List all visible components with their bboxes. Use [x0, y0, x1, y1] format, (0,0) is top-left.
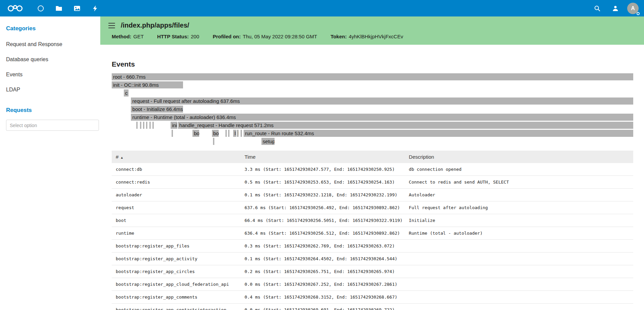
meta-token-label: Token:	[330, 34, 347, 39]
avatar-status-dot	[637, 12, 640, 15]
sidebar: Categories Request and ResponseDatabase …	[0, 16, 100, 310]
meta-profiled-on: Profiled on:Thu, 05 May 2022 09:28:50 GM…	[213, 34, 318, 39]
timeline-bar: bo	[212, 130, 219, 137]
event-description-cell: Runtime (total - autoloader)	[405, 227, 633, 240]
event-name-cell: bootstrap:register_app_contactsinteracti…	[112, 304, 241, 310]
app-icon-dashboard[interactable]	[32, 0, 50, 16]
table-row: bootstrap:register_app_circles0.2 ms (St…	[112, 265, 633, 278]
nextcloud-logo[interactable]	[0, 4, 32, 12]
event-time-cell: 0.5 ms (Start: 1651742930253.653, End: 1…	[241, 176, 405, 189]
hamburger-icon	[108, 23, 115, 24]
table-row: autoloader0.1 ms (Start: 1651742930232.1…	[112, 189, 633, 201]
event-name-cell: connect:db	[112, 163, 241, 176]
timeline-bar: init - OC::init 90.8ms	[112, 81, 183, 88]
table-row: bootstrap:register_app_cloud_federation_…	[112, 278, 633, 291]
timeline-row: setup	[112, 138, 633, 145]
event-time-cell: 3.3 ms (Start: 1651742930247.577, End: 1…	[241, 163, 405, 176]
timeline-row: c	[112, 89, 633, 96]
request-select[interactable]: Select option	[6, 120, 99, 131]
sidebar-item-database-queries[interactable]: Database queries	[6, 56, 100, 63]
sidebar-item-ldap[interactable]: LDAP	[6, 87, 100, 93]
event-description-cell: db connection opened	[405, 163, 633, 176]
timeline-row: runtime - Runtime (total - autoloader) 6…	[112, 114, 633, 121]
menu-toggle-button[interactable]	[108, 23, 115, 28]
meta-profiled-on-label: Profiled on:	[213, 34, 241, 39]
sidebar-item-events[interactable]: Events	[6, 72, 100, 78]
column-header-description[interactable]: Description	[405, 151, 633, 163]
event-name-cell: bootstrap:register_app_comments	[112, 291, 241, 304]
user-icon	[612, 5, 619, 12]
event-time-cell: 637.6 ms (Start: 1651742930256.492, End:…	[241, 201, 405, 214]
event-time-cell: 0.1 ms (Start: 1651742930232.1218, End: …	[241, 189, 405, 201]
events-heading: Events	[112, 60, 633, 68]
column-header-time[interactable]: Time	[241, 151, 405, 163]
timeline-bar: runtime - Runtime (total - autoloader) 6…	[131, 114, 633, 121]
table-row: bootstrap:register_app_contactsinteracti…	[112, 304, 633, 310]
event-time-cell: 0.1 ms (Start: 1651742930264.4502, End: …	[241, 253, 405, 265]
timeline-bar: ini	[171, 122, 177, 129]
lightning-icon	[92, 5, 99, 12]
timeline-row: boot - Initialize 66.4ms	[112, 106, 633, 113]
page-title: /index.php/apps/files/	[121, 22, 189, 29]
contacts-button[interactable]	[606, 0, 624, 16]
search-button[interactable]	[588, 0, 606, 16]
events-table: #▲ Time Description connect:db3.3 ms (St…	[112, 151, 633, 310]
events-table-body: connect:db3.3 ms (Start: 1651742930247.5…	[112, 163, 633, 310]
timeline-bar: run_route - Run route 532.4ms	[244, 130, 633, 137]
timeline-row: inihandle_request - Handle request 571.2…	[112, 122, 633, 129]
timeline-bar	[136, 122, 138, 129]
timeline-bar: root - 660.7ms	[112, 73, 633, 80]
event-name-cell: bootstrap:register_app_files	[112, 240, 241, 253]
timeline-row: init - OC::init 90.8ms	[112, 81, 633, 88]
column-header-number-label: #	[116, 154, 118, 160]
event-time-cell: 0.2 ms (Start: 1651742930265.751, End: 1…	[241, 265, 405, 278]
app-icon-activity[interactable]	[86, 0, 104, 16]
app-icon-photos[interactable]	[68, 0, 86, 16]
timeline-bar: setup	[261, 138, 275, 145]
event-description-cell	[405, 304, 633, 310]
sidebar-item-request-and-response[interactable]: Request and Response	[6, 41, 100, 47]
meta-http-status-value: 200	[191, 34, 199, 39]
timeline-bar	[152, 122, 154, 129]
event-name-cell: bootstrap:register_app_activity	[112, 253, 241, 265]
timeline-bar: l	[237, 130, 239, 137]
table-row: bootstrap:register_app_files0.3 ms (Star…	[112, 240, 633, 253]
table-row: runtime636.4 ms (Start: 1651742930256.51…	[112, 227, 633, 240]
event-description-cell: Connect to redis and send AUTH, SELECT	[405, 176, 633, 189]
select-placeholder: Select option	[10, 123, 37, 128]
timeline-bar: handle_request - Handle request 571.2ms	[178, 122, 633, 129]
event-name-cell: bootstrap:register_app_circles	[112, 265, 241, 278]
table-row: boot66.4 ms (Start: 1651742930256.5051, …	[112, 214, 633, 227]
meta-method-label: Method:	[112, 34, 131, 39]
event-description-cell	[405, 253, 633, 265]
meta-method-value: GET	[133, 34, 144, 39]
categories-heading: Categories	[6, 25, 100, 32]
table-row: connect:redis0.5 ms (Start: 165174293025…	[112, 176, 633, 189]
meta-method: Method:GET	[112, 34, 145, 39]
event-name-cell: bootstrap:register_app_cloud_federation_…	[112, 278, 241, 291]
column-header-number[interactable]: #▲	[112, 151, 241, 163]
main-area: Events root - 660.7msinit - OC::init 90.…	[100, 60, 644, 310]
timeline-bar	[140, 122, 141, 129]
circle-icon	[38, 5, 44, 11]
timeline-bar: l	[233, 130, 236, 137]
timeline-bar: bo	[192, 130, 199, 137]
timeline-bar: request - Full request after autoloading…	[131, 98, 633, 105]
table-row: bootstrap:register_app_activity0.1 ms (S…	[112, 253, 633, 265]
avatar-letter: A	[631, 5, 635, 11]
event-name-cell: runtime	[112, 227, 241, 240]
event-name-cell: boot	[112, 214, 241, 227]
timeline-bar	[146, 122, 147, 129]
app-icon-files[interactable]	[50, 0, 68, 16]
meta-http-status: HTTP Status:200	[157, 34, 201, 39]
user-avatar[interactable]: A	[627, 3, 639, 14]
meta-token: Token:4yhKlBHkjpHVkjFxcCEv	[330, 34, 403, 39]
timeline-bar	[143, 122, 144, 129]
event-name-cell: request	[112, 201, 241, 214]
event-description-cell	[405, 240, 633, 253]
profile-header: /index.php/apps/files/ Method:GET HTTP S…	[100, 16, 644, 45]
event-description-cell: Full request after autoloading	[405, 201, 633, 214]
event-time-cell: 636.4 ms (Start: 1651742930256.512, End:…	[241, 227, 405, 240]
category-list: Request and ResponseDatabase queriesEven…	[6, 41, 100, 93]
folder-icon	[56, 5, 62, 12]
